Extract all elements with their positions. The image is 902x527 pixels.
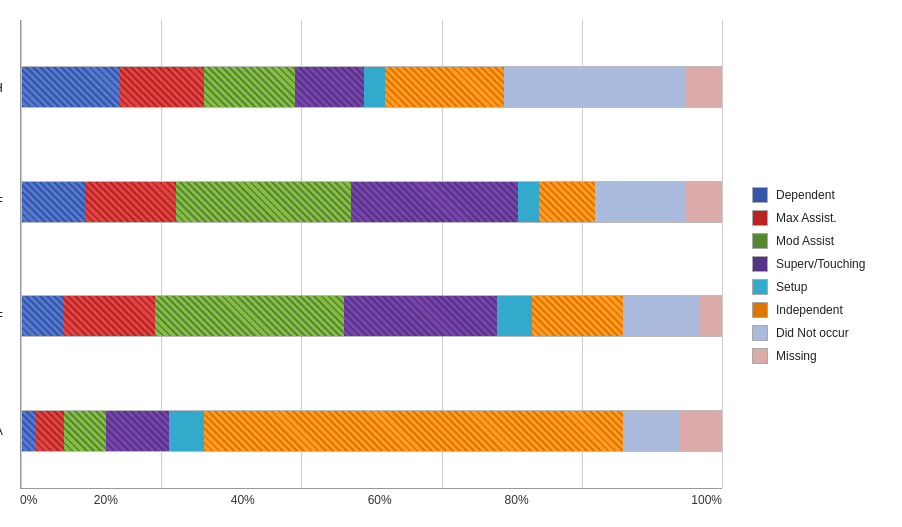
bar-segment-didnotoccur	[623, 296, 700, 336]
bar-segment-didnotoccur	[623, 411, 679, 451]
legend-item: Missing	[752, 348, 892, 364]
x-axis-label: 60%	[311, 493, 448, 507]
bar-row: IRF	[21, 181, 722, 223]
legend: DependentMax Assist.Mod AssistSuperv/Tou…	[732, 20, 892, 507]
bar-row: SNF	[21, 295, 722, 337]
bar-segment-superv	[295, 67, 365, 107]
legend-label: Dependent	[776, 188, 835, 202]
bar-segment-missing	[679, 411, 721, 451]
bars-section: LTCHIRFSNFHHA	[20, 20, 722, 489]
legend-swatch	[752, 302, 768, 318]
bar-segment-missing	[686, 182, 721, 222]
bar-segment-setup	[518, 182, 539, 222]
legend-item: Did Not occur	[752, 325, 892, 341]
bar-segment-dependent	[22, 411, 36, 451]
legend-item: Superv/Touching	[752, 256, 892, 272]
legend-item: Independent	[752, 302, 892, 318]
bar-segment-didnotoccur	[595, 182, 686, 222]
bar-segment-mod-assist	[155, 296, 344, 336]
legend-label: Setup	[776, 280, 807, 294]
bar-segment-setup	[497, 296, 532, 336]
legend-item: Mod Assist	[752, 233, 892, 249]
x-axis-label: 80%	[448, 493, 585, 507]
legend-label: Did Not occur	[776, 326, 849, 340]
bar-segment-mod-assist	[176, 182, 351, 222]
bar-segment-independent	[204, 411, 623, 451]
grid-line	[722, 20, 723, 488]
bar-segment-max-assist	[36, 411, 64, 451]
legend-item: Max Assist.	[752, 210, 892, 226]
bar-segment-missing	[686, 67, 721, 107]
bar-segment-setup	[169, 411, 204, 451]
bar-row-label: HHA	[0, 423, 13, 438]
legend-swatch	[752, 325, 768, 341]
chart-area: LTCHIRFSNFHHA 0%20%40%60%80%100%	[10, 20, 732, 507]
legend-swatch	[752, 210, 768, 226]
legend-label: Independent	[776, 303, 843, 317]
bar-row-label: LTCH	[0, 80, 13, 95]
bar-segment-superv	[351, 182, 519, 222]
bar-segment-setup	[364, 67, 385, 107]
bar-segment-dependent	[22, 296, 64, 336]
bar-row-label: SNF	[0, 309, 13, 324]
bar-row: HHA	[21, 410, 722, 452]
bar-segment-mod-assist	[64, 411, 106, 451]
legend-swatch	[752, 256, 768, 272]
bar-segment-max-assist	[120, 67, 204, 107]
bar-segment-missing	[700, 296, 721, 336]
bar-segment-max-assist	[85, 182, 176, 222]
x-axis-label: 100%	[585, 493, 722, 507]
bar-segment-superv	[344, 296, 498, 336]
bar-track	[21, 410, 722, 452]
legend-swatch	[752, 348, 768, 364]
bar-row: LTCH	[21, 66, 722, 108]
legend-label: Missing	[776, 349, 817, 363]
legend-item: Dependent	[752, 187, 892, 203]
x-axis: 0%20%40%60%80%100%	[20, 493, 722, 507]
x-axis-label: 20%	[37, 493, 174, 507]
legend-label: Max Assist.	[776, 211, 837, 225]
bar-segment-independent	[539, 182, 595, 222]
bar-segment-mod-assist	[204, 67, 295, 107]
chart-container: LTCHIRFSNFHHA 0%20%40%60%80%100% Depende…	[0, 0, 902, 527]
bar-track	[21, 66, 722, 108]
legend-label: Superv/Touching	[776, 257, 865, 271]
legend-swatch	[752, 279, 768, 295]
bar-track	[21, 295, 722, 337]
bar-segment-max-assist	[64, 296, 155, 336]
bar-row-label: IRF	[0, 194, 13, 209]
bar-segment-didnotoccur	[504, 67, 686, 107]
bar-segment-dependent	[22, 182, 85, 222]
legend-swatch	[752, 233, 768, 249]
legend-item: Setup	[752, 279, 892, 295]
x-axis-label: 40%	[174, 493, 311, 507]
legend-label: Mod Assist	[776, 234, 834, 248]
x-axis-label: 0%	[20, 493, 37, 507]
bar-segment-superv	[106, 411, 169, 451]
legend-swatch	[752, 187, 768, 203]
bar-segment-independent	[532, 296, 623, 336]
bar-segment-independent	[385, 67, 504, 107]
bar-segment-dependent	[22, 67, 120, 107]
bar-track	[21, 181, 722, 223]
